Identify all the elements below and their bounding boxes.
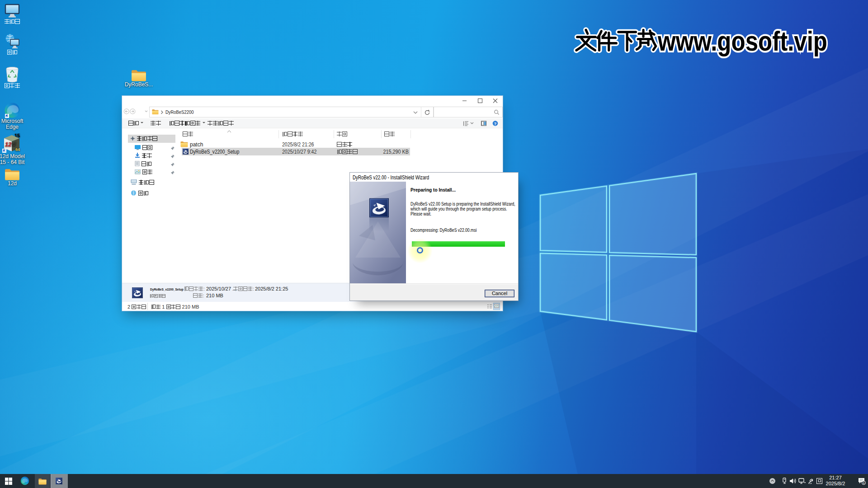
svg-text:?: ? [494, 121, 497, 126]
svg-text:1: 1 [863, 481, 865, 484]
svg-text:12: 12 [5, 141, 12, 148]
svg-text:d: d [12, 141, 16, 147]
svg-text:www.gosoft.vip: www.gosoft.vip [657, 25, 827, 56]
svg-text:64: 64 [15, 147, 20, 152]
